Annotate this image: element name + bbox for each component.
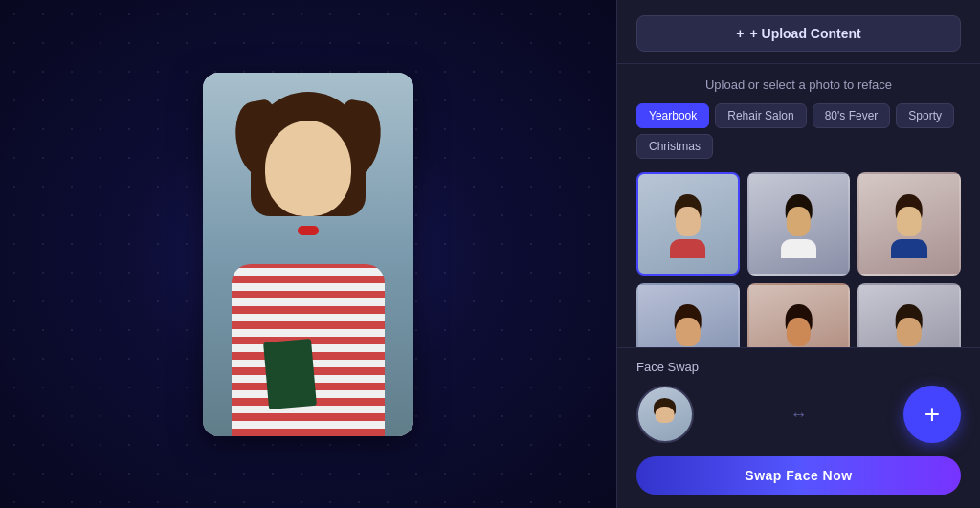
tab-rehair-salon[interactable]: Rehair Salon xyxy=(715,103,806,128)
tab-yearbook[interactable]: Yearbook xyxy=(636,103,709,128)
source-face-avatar xyxy=(636,386,694,443)
photo-item-2[interactable] xyxy=(747,172,851,276)
filter-tabs: Yearbook Rehair Salon 80's Fever Sporty … xyxy=(636,103,961,159)
face-swap-row: ↔ + xyxy=(636,386,961,443)
photo-item-6[interactable] xyxy=(858,283,961,347)
main-photo xyxy=(203,73,413,436)
right-panel: + + Upload Content Upload or select a ph… xyxy=(616,0,980,508)
add-face-plus-icon: + xyxy=(924,399,940,430)
photo-item-5[interactable] xyxy=(747,283,851,347)
photo-item-3[interactable] xyxy=(858,172,961,276)
photo-item-1[interactable] xyxy=(636,172,740,276)
portrait-figure xyxy=(203,73,413,436)
face-swap-section: Face Swap ↔ + Swap Face Now xyxy=(617,347,980,508)
face-swap-label: Face Swap xyxy=(636,360,961,374)
tab-christmas[interactable]: Christmas xyxy=(636,134,713,159)
swap-face-now-label: Swap Face Now xyxy=(745,468,852,483)
left-panel xyxy=(0,0,616,508)
upload-content-label: + Upload Content xyxy=(749,26,860,41)
content-area: Upload or select a photo to reface Yearb… xyxy=(617,64,980,347)
swap-arrow-icon: ↔ xyxy=(705,405,892,425)
photo-item-4[interactable] xyxy=(636,283,740,347)
swap-face-now-button[interactable]: Swap Face Now xyxy=(636,456,961,495)
reface-subtitle: Upload or select a photo to reface xyxy=(636,77,961,92)
upload-content-button[interactable]: + + Upload Content xyxy=(636,15,961,52)
tab-sporty[interactable]: Sporty xyxy=(896,103,954,128)
plus-icon: + xyxy=(736,26,744,41)
add-face-button[interactable]: + xyxy=(903,386,961,443)
photo-grid xyxy=(636,172,961,347)
tab-80s-fever[interactable]: 80's Fever xyxy=(813,103,891,128)
main-photo-container xyxy=(203,73,413,436)
upload-btn-row: + + Upload Content xyxy=(617,0,980,64)
